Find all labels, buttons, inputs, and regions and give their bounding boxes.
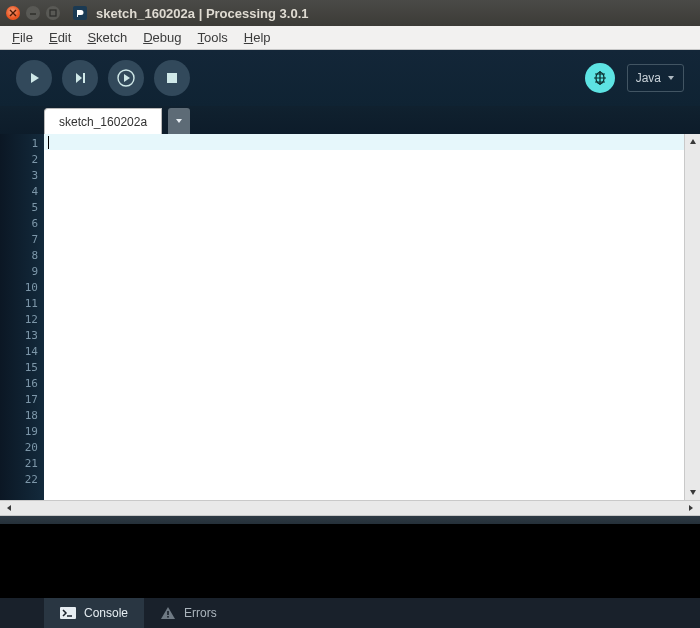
debug-button[interactable] bbox=[108, 60, 144, 96]
svg-rect-12 bbox=[167, 616, 169, 618]
svg-rect-9 bbox=[60, 607, 76, 619]
warning-icon bbox=[160, 606, 176, 620]
menu-help[interactable]: Help bbox=[236, 28, 279, 47]
window-title: sketch_160202a | Processing 3.0.1 bbox=[96, 6, 309, 21]
vertical-scrollbar[interactable] bbox=[684, 134, 700, 500]
menu-edit[interactable]: Edit bbox=[41, 28, 79, 47]
console-tab[interactable]: Console bbox=[44, 598, 144, 628]
message-tab-bar: Console Errors bbox=[0, 598, 700, 628]
sketch-tab-label: sketch_160202a bbox=[59, 115, 147, 129]
console-tab-label: Console bbox=[84, 606, 128, 620]
menu-tools[interactable]: Tools bbox=[189, 28, 235, 47]
console-icon bbox=[60, 607, 76, 619]
tab-menu-button[interactable] bbox=[168, 108, 190, 134]
chevron-down-icon bbox=[175, 117, 183, 125]
menu-sketch[interactable]: Sketch bbox=[79, 28, 135, 47]
run-button[interactable] bbox=[16, 60, 52, 96]
mode-label: Java bbox=[636, 71, 661, 85]
errors-tab-label: Errors bbox=[184, 606, 217, 620]
console-output[interactable] bbox=[0, 524, 700, 598]
sketch-tab-active[interactable]: sketch_160202a bbox=[44, 108, 162, 134]
code-editor[interactable] bbox=[44, 134, 684, 500]
splitter[interactable] bbox=[0, 516, 700, 524]
stop-button[interactable] bbox=[154, 60, 190, 96]
scroll-up-arrow-icon[interactable] bbox=[685, 134, 700, 150]
errors-tab[interactable]: Errors bbox=[144, 598, 233, 628]
app-icon bbox=[72, 5, 88, 21]
menu-bar: File Edit Sketch Debug Tools Help bbox=[0, 26, 700, 50]
scroll-down-arrow-icon[interactable] bbox=[685, 484, 700, 500]
minimize-button[interactable] bbox=[26, 6, 40, 20]
editor-area: 12345678910111213141516171819202122 bbox=[0, 134, 700, 500]
maximize-button[interactable] bbox=[46, 6, 60, 20]
svg-rect-2 bbox=[83, 73, 85, 83]
horizontal-scrollbar[interactable] bbox=[0, 500, 700, 516]
sketch-tab-bar: sketch_160202a bbox=[0, 106, 700, 134]
debug-toggle-icon[interactable] bbox=[585, 63, 615, 93]
line-number-gutter: 12345678910111213141516171819202122 bbox=[0, 134, 44, 500]
menu-debug[interactable]: Debug bbox=[135, 28, 189, 47]
chevron-down-icon bbox=[667, 74, 675, 82]
svg-rect-4 bbox=[167, 73, 177, 83]
step-button[interactable] bbox=[62, 60, 98, 96]
close-button[interactable] bbox=[6, 6, 20, 20]
scroll-left-arrow-icon[interactable] bbox=[1, 501, 17, 515]
scroll-right-arrow-icon[interactable] bbox=[683, 501, 699, 515]
toolbar: Java bbox=[0, 50, 700, 106]
text-cursor bbox=[48, 136, 49, 149]
svg-rect-0 bbox=[50, 10, 56, 16]
svg-rect-11 bbox=[167, 611, 169, 615]
mode-selector[interactable]: Java bbox=[627, 64, 684, 92]
window-titlebar: sketch_160202a | Processing 3.0.1 bbox=[0, 0, 700, 26]
menu-file[interactable]: File bbox=[4, 28, 41, 47]
editor-line bbox=[44, 134, 684, 150]
